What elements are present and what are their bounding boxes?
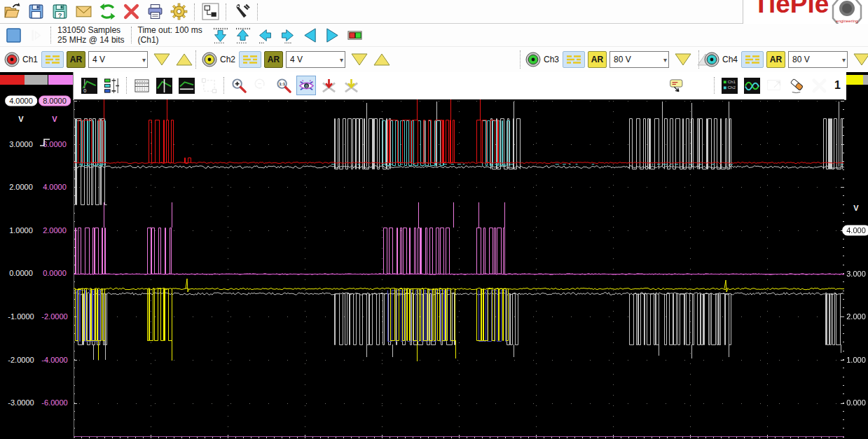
scroll-up-button[interactable] [233,25,253,45]
eraser-button[interactable] [787,76,806,95]
right-axis-tab-1[interactable] [863,75,868,85]
left-axis-white-tick: -3.0000 [8,398,34,407]
channel-label: Ch1 [22,55,38,64]
open-button[interactable] [1,1,22,22]
probe-settings-button-ch4[interactable] [741,51,764,68]
right-axis-tab-0[interactable] [846,75,863,85]
left-axis-pink-tick: -6.0000 [41,398,67,407]
left-axis-tab-2[interactable] [48,75,73,85]
object-tree-button[interactable] [200,1,221,22]
range-select-ch1[interactable]: 4 V▾ [88,51,148,68]
left-axis-white-unit: V [18,115,23,123]
scroll-left-button[interactable] [256,25,275,45]
probe-settings-button-ch1[interactable] [41,51,64,68]
svg-text:0: 0 [305,83,307,88]
print-button[interactable] [144,1,165,22]
export-window-button[interactable] [764,76,784,95]
range-up-button-ch2[interactable] [373,51,392,68]
svg-text:0: 0 [83,88,86,94]
ch2-connector-icon [202,52,217,67]
horizontal-cursor-button[interactable] [177,76,196,95]
range-down-button-ch3[interactable] [674,51,694,68]
email-button[interactable] [73,1,94,22]
separator [223,77,224,94]
save-as-button[interactable]: ? [49,1,70,22]
range-down-button-ch2[interactable] [350,51,370,68]
probe-settings-button-ch3[interactable] [563,51,585,68]
acquisition-scroll-buttons [209,24,366,46]
chart-toolbar: 01:10 Ch1Ch2 1 [73,72,846,100]
remove-comment-button[interactable] [689,76,709,95]
add-comment-button[interactable] [667,76,687,95]
range-value: 4 V [290,55,340,64]
chevron-down-icon: ▾ [340,56,343,64]
range-select-ch2[interactable]: 4 V▾ [286,51,345,68]
range-value: 80 V [792,55,842,64]
scroll-right-button[interactable] [278,25,298,45]
scroll-down-button[interactable] [211,25,230,45]
left-axis-pink-unit: V [52,115,57,123]
visibility-button[interactable]: 0 [296,76,316,95]
chart-toolbar-left: 01:10 [78,74,362,97]
channel-group-ch3: Ch3AR80 V▾ [525,49,717,70]
hide-red-trace-button[interactable] [319,76,338,95]
source-channels-button[interactable] [345,25,365,45]
zoom-rect-button[interactable] [199,76,219,95]
trace-style-button[interactable] [742,76,762,95]
save-button[interactable] [25,1,46,22]
zoom-in-button[interactable] [229,76,249,95]
acquisition-bar: 131050 Samples 25 MHz @ 14 bits Time out… [0,24,868,46]
page-left-button[interactable] [301,25,320,45]
left-axis-pink-tick: 0.0000 [43,269,67,277]
stop-button[interactable] [4,25,23,45]
left-axis-tab-0[interactable] [0,75,25,85]
sample-info: 131050 Samples 25 MHz @ 14 bits [57,25,125,45]
probe-settings-button-ch2[interactable] [239,51,261,68]
chevron-down-icon: ▾ [663,56,667,64]
autorange-button-ch4[interactable]: AR [766,51,785,68]
separator [520,50,521,69]
autorange-button-ch3[interactable]: AR [588,51,607,68]
vertical-cursor-button[interactable] [154,76,174,95]
left-axis-tab-1[interactable] [25,75,48,85]
separator [714,77,715,94]
page-right-button[interactable] [323,25,343,45]
range-value: 80 V [614,55,663,64]
one-shot-button[interactable] [26,25,46,45]
separator [126,77,127,94]
range-up-button-ch1[interactable] [175,51,195,68]
acquisition-run-buttons [2,24,47,46]
delete-button[interactable] [120,1,142,22]
range-down-button-ch1[interactable] [153,51,172,68]
close-view-button[interactable] [809,76,829,95]
main-toolbar: ? TiePie engineering [0,0,868,24]
ch1-connector-icon [4,52,20,67]
range-select-ch4[interactable]: 80 V▾ [788,51,848,68]
settings-button[interactable] [168,1,189,22]
autorange-button-ch1[interactable]: AR [67,51,85,68]
hide-yellow-trace-button[interactable] [341,76,361,95]
separator [226,4,226,20]
chart-region: 01:10 Ch1Ch2 1 4.00008.00003.00006.00002… [0,72,868,439]
left-axis-pink-tick: 4.0000 [43,183,67,191]
refresh-button[interactable] [97,1,118,22]
right-axis-tick: 4.000 [842,225,868,236]
channel-offsets-button[interactable] [102,76,121,95]
zoom-out-button[interactable] [252,76,271,95]
data-table-button[interactable] [132,76,151,95]
page-number: 1 [834,79,841,92]
instrument-button[interactable] [231,1,252,22]
channel-label: Ch4 [722,55,738,64]
chart-toolbar-right: Ch1Ch2 1 [666,74,843,97]
autoscale-zero-button[interactable]: 0 [79,76,99,95]
waveform-plot[interactable] [74,99,844,438]
zoom-reset-button[interactable]: 1:1 [274,76,294,95]
legend-button[interactable]: Ch1Ch2 [719,76,739,95]
range-down-button-ch4[interactable] [853,51,868,68]
left-axis-white-tick: 1.0000 [9,226,33,235]
range-select-ch3[interactable]: 80 V▾ [609,51,669,68]
right-axis-tick: 3.000 [846,270,866,278]
autorange-button-ch2[interactable]: AR [264,51,283,68]
channel-label: Ch3 [544,55,559,64]
left-axis-pink-tick: 2.0000 [43,226,67,235]
